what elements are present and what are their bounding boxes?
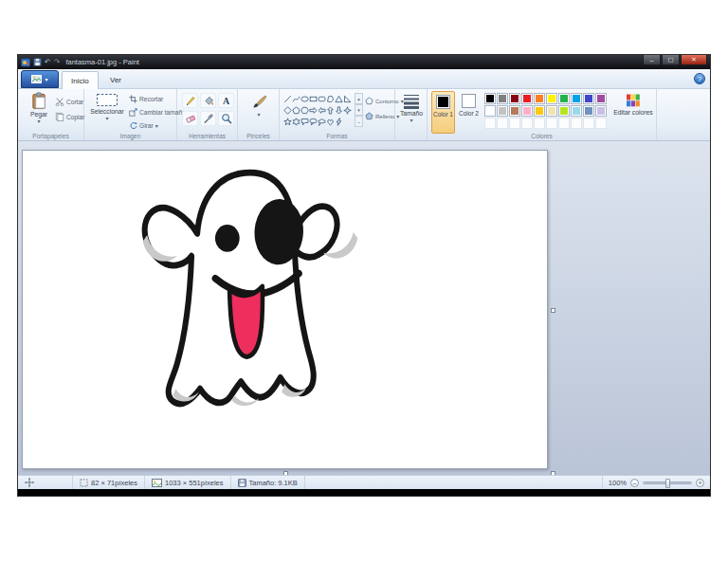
palette-empty-swatch[interactable] — [509, 118, 520, 129]
brushes-button[interactable]: ▾ — [246, 94, 272, 118]
shapes-scroll-up-icon[interactable]: ▴ — [355, 93, 363, 104]
palette-empty-swatch[interactable] — [558, 118, 570, 129]
paint-menu-icon — [31, 75, 42, 83]
palette-color-swatch[interactable] — [558, 93, 570, 104]
shape-triangle-icon[interactable] — [335, 93, 343, 104]
palette-empty-swatch[interactable] — [484, 118, 496, 129]
size-button[interactable]: Tamaño ▾ — [399, 94, 424, 123]
palette-color-swatch[interactable] — [534, 93, 545, 104]
undo-icon[interactable]: ↶ — [45, 59, 51, 66]
palette-color-swatch[interactable] — [595, 105, 607, 117]
cut-label: Cortar — [66, 99, 83, 105]
palette-color-swatch[interactable] — [521, 105, 533, 117]
palette-color-swatch[interactable] — [571, 93, 582, 104]
crop-button[interactable]: Recortar — [129, 95, 163, 103]
palette-empty-swatch[interactable] — [534, 118, 545, 129]
edit-colors-button[interactable]: Editar colores — [613, 93, 653, 116]
palette-color-swatch[interactable] — [546, 105, 557, 117]
palette-color-swatch[interactable] — [484, 105, 496, 117]
palette-empty-swatch[interactable] — [521, 118, 533, 129]
copy-button[interactable]: Copiar — [55, 112, 84, 121]
zoom-slider-handle[interactable] — [665, 479, 670, 488]
shape-diamond-icon[interactable] — [283, 104, 292, 116]
shape-blank-icon[interactable] — [343, 116, 352, 127]
palette-grid — [484, 93, 608, 130]
palette-color-swatch[interactable] — [497, 105, 508, 117]
tab-inicio[interactable]: Inicio — [62, 71, 99, 89]
rotate-button[interactable]: Girar ▾ — [129, 121, 158, 130]
shape-rounded-callout-icon[interactable] — [300, 116, 309, 127]
tab-ver[interactable]: Ver — [101, 71, 130, 89]
maximize-button[interactable]: ▢ — [662, 55, 680, 65]
fill-shape-label: Relleno — [375, 114, 394, 119]
image-size-value: 1033 × 551píxeles — [165, 479, 224, 487]
shape-line-icon[interactable] — [283, 93, 292, 104]
pencil-tool[interactable] — [182, 93, 198, 108]
shapes-gallery-more-icon[interactable]: ⌄ — [355, 116, 363, 127]
palette-color-swatch[interactable] — [509, 105, 520, 117]
shape-four-point-star-icon[interactable] — [343, 104, 352, 116]
palette-color-swatch[interactable] — [571, 105, 582, 117]
palette-empty-swatch[interactable] — [595, 118, 607, 129]
save-icon[interactable] — [33, 58, 42, 66]
palette-color-swatch[interactable] — [497, 93, 508, 104]
eraser-tool[interactable] — [182, 111, 198, 126]
shapes-scroll-down-icon[interactable]: ▾ — [355, 104, 363, 116]
shape-right-triangle-icon[interactable] — [343, 93, 352, 104]
paste-caret-icon: ▾ — [37, 118, 40, 124]
shape-hexagon-icon[interactable] — [300, 104, 309, 116]
palette-color-swatch[interactable] — [484, 93, 496, 104]
text-tool[interactable]: A — [218, 93, 234, 108]
shape-heart-icon[interactable] — [326, 116, 335, 127]
color-picker-tool[interactable] — [200, 111, 216, 126]
shape-rectangle-icon[interactable] — [309, 93, 318, 104]
group-shapes: ▴ ▾ ⌄ Contorno ▾ Relleno ▾ Formas — [280, 89, 395, 140]
shape-oval-callout-icon[interactable] — [309, 116, 318, 127]
color1-button[interactable]: Color 1 — [431, 91, 455, 134]
cut-button[interactable]: Cortar — [55, 97, 83, 106]
shape-arrow-down-icon[interactable] — [335, 104, 343, 116]
palette-color-swatch[interactable] — [583, 105, 594, 117]
palette-color-swatch[interactable] — [583, 93, 594, 104]
zoom-out-button[interactable]: – — [630, 479, 639, 487]
palette-empty-swatch[interactable] — [583, 118, 594, 129]
minimize-button[interactable]: – — [643, 55, 661, 65]
shape-pentagon-icon[interactable] — [292, 104, 300, 116]
group-colors: Color 1 Color 2 Editar colores Colores — [428, 89, 657, 140]
palette-color-swatch[interactable] — [509, 93, 520, 104]
palette-color-swatch[interactable] — [521, 93, 533, 104]
shape-lightning-icon[interactable] — [335, 116, 343, 127]
palette-color-swatch[interactable] — [534, 105, 545, 117]
palette-color-swatch[interactable] — [558, 105, 570, 117]
color2-button[interactable]: Color 2 — [457, 91, 481, 134]
shape-rounded-rectangle-icon[interactable] — [318, 93, 326, 104]
shape-arrow-left-icon[interactable] — [318, 104, 326, 116]
palette-color-swatch[interactable] — [546, 93, 557, 104]
drawing-canvas[interactable] — [22, 150, 548, 469]
shape-six-point-star-icon[interactable] — [292, 116, 300, 127]
palette-empty-swatch[interactable] — [546, 118, 557, 129]
palette-empty-swatch[interactable] — [571, 118, 582, 129]
magnifier-tool[interactable] — [218, 111, 234, 126]
select-button[interactable]: Seleccionar ▾ — [87, 93, 127, 121]
canvas-resize-handle-right[interactable] — [551, 308, 555, 313]
shape-five-point-star-icon[interactable] — [283, 116, 292, 127]
shape-arrow-up-icon[interactable] — [326, 104, 335, 116]
shape-oval-icon[interactable] — [300, 93, 309, 104]
shape-arrow-right-icon[interactable] — [309, 104, 318, 116]
shape-polygon-icon[interactable] — [326, 93, 335, 104]
paint-app-icon[interactable] — [21, 58, 30, 67]
fill-shape-button[interactable]: Relleno ▾ — [365, 112, 399, 120]
zoom-in-button[interactable]: + — [696, 479, 704, 487]
palette-color-swatch[interactable] — [595, 93, 607, 104]
palette-empty-swatch[interactable] — [497, 118, 508, 129]
help-icon[interactable]: ? — [694, 73, 705, 84]
shape-cloud-callout-icon[interactable] — [318, 116, 326, 127]
paint-menu-button[interactable]: ▾ — [21, 70, 59, 88]
fill-tool[interactable] — [200, 93, 216, 108]
close-button[interactable]: ✕ — [681, 55, 707, 65]
zoom-slider[interactable] — [643, 481, 692, 484]
redo-icon[interactable]: ↷ — [54, 59, 61, 66]
paste-button[interactable]: Pegar ▾ — [25, 92, 53, 124]
shape-curve-icon[interactable] — [292, 93, 300, 104]
